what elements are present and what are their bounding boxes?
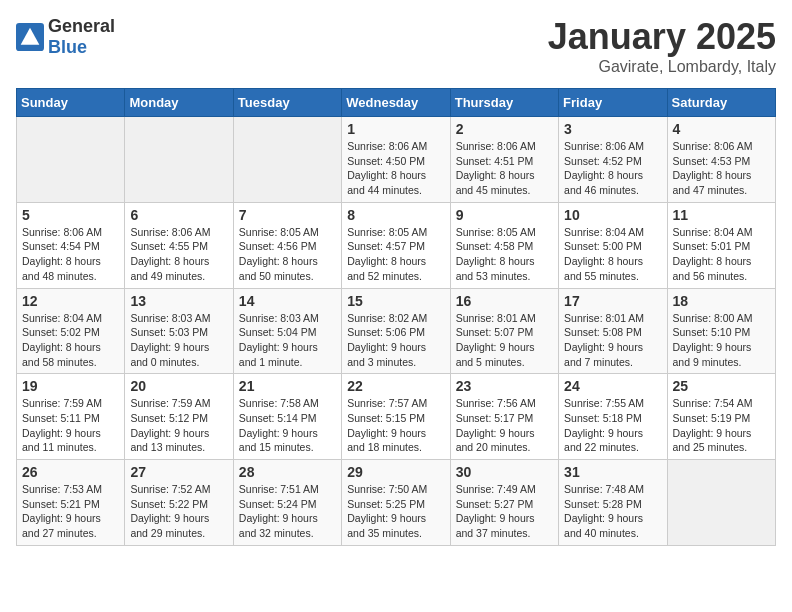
day-info: Sunrise: 8:05 AM Sunset: 4:58 PM Dayligh… [456, 225, 553, 284]
day-number: 2 [456, 121, 553, 137]
day-info: Sunrise: 7:52 AM Sunset: 5:22 PM Dayligh… [130, 482, 227, 541]
day-info: Sunrise: 7:59 AM Sunset: 5:12 PM Dayligh… [130, 396, 227, 455]
calendar-cell: 2Sunrise: 8:06 AM Sunset: 4:51 PM Daylig… [450, 117, 558, 203]
day-info: Sunrise: 7:59 AM Sunset: 5:11 PM Dayligh… [22, 396, 119, 455]
calendar-cell: 25Sunrise: 7:54 AM Sunset: 5:19 PM Dayli… [667, 374, 775, 460]
calendar-cell: 23Sunrise: 7:56 AM Sunset: 5:17 PM Dayli… [450, 374, 558, 460]
day-number: 14 [239, 293, 336, 309]
calendar-cell: 8Sunrise: 8:05 AM Sunset: 4:57 PM Daylig… [342, 202, 450, 288]
day-info: Sunrise: 7:57 AM Sunset: 5:15 PM Dayligh… [347, 396, 444, 455]
day-number: 29 [347, 464, 444, 480]
calendar-cell: 19Sunrise: 7:59 AM Sunset: 5:11 PM Dayli… [17, 374, 125, 460]
day-info: Sunrise: 8:06 AM Sunset: 4:50 PM Dayligh… [347, 139, 444, 198]
day-info: Sunrise: 8:02 AM Sunset: 5:06 PM Dayligh… [347, 311, 444, 370]
day-info: Sunrise: 7:48 AM Sunset: 5:28 PM Dayligh… [564, 482, 661, 541]
day-number: 22 [347, 378, 444, 394]
day-number: 8 [347, 207, 444, 223]
day-number: 10 [564, 207, 661, 223]
day-info: Sunrise: 8:03 AM Sunset: 5:04 PM Dayligh… [239, 311, 336, 370]
day-number: 6 [130, 207, 227, 223]
weekday-friday: Friday [559, 89, 667, 117]
day-number: 15 [347, 293, 444, 309]
calendar-cell: 4Sunrise: 8:06 AM Sunset: 4:53 PM Daylig… [667, 117, 775, 203]
day-number: 3 [564, 121, 661, 137]
week-row-1: 1Sunrise: 8:06 AM Sunset: 4:50 PM Daylig… [17, 117, 776, 203]
day-info: Sunrise: 8:01 AM Sunset: 5:08 PM Dayligh… [564, 311, 661, 370]
calendar-cell: 16Sunrise: 8:01 AM Sunset: 5:07 PM Dayli… [450, 288, 558, 374]
calendar-cell: 7Sunrise: 8:05 AM Sunset: 4:56 PM Daylig… [233, 202, 341, 288]
day-info: Sunrise: 8:04 AM Sunset: 5:02 PM Dayligh… [22, 311, 119, 370]
day-number: 5 [22, 207, 119, 223]
calendar-cell: 12Sunrise: 8:04 AM Sunset: 5:02 PM Dayli… [17, 288, 125, 374]
logo-blue: Blue [48, 37, 87, 57]
calendar-cell: 31Sunrise: 7:48 AM Sunset: 5:28 PM Dayli… [559, 460, 667, 546]
day-number: 27 [130, 464, 227, 480]
day-number: 26 [22, 464, 119, 480]
day-number: 25 [673, 378, 770, 394]
calendar-cell [667, 460, 775, 546]
calendar-header: Sunday Monday Tuesday Wednesday Thursday… [17, 89, 776, 117]
calendar-cell: 11Sunrise: 8:04 AM Sunset: 5:01 PM Dayli… [667, 202, 775, 288]
day-info: Sunrise: 7:54 AM Sunset: 5:19 PM Dayligh… [673, 396, 770, 455]
weekday-header-row: Sunday Monday Tuesday Wednesday Thursday… [17, 89, 776, 117]
calendar-cell [125, 117, 233, 203]
logo-icon [16, 23, 44, 51]
day-number: 28 [239, 464, 336, 480]
day-info: Sunrise: 7:51 AM Sunset: 5:24 PM Dayligh… [239, 482, 336, 541]
calendar-table: Sunday Monday Tuesday Wednesday Thursday… [16, 88, 776, 546]
calendar-cell: 20Sunrise: 7:59 AM Sunset: 5:12 PM Dayli… [125, 374, 233, 460]
calendar-cell: 9Sunrise: 8:05 AM Sunset: 4:58 PM Daylig… [450, 202, 558, 288]
calendar-cell: 28Sunrise: 7:51 AM Sunset: 5:24 PM Dayli… [233, 460, 341, 546]
day-info: Sunrise: 8:06 AM Sunset: 4:52 PM Dayligh… [564, 139, 661, 198]
day-info: Sunrise: 8:06 AM Sunset: 4:51 PM Dayligh… [456, 139, 553, 198]
calendar-cell: 3Sunrise: 8:06 AM Sunset: 4:52 PM Daylig… [559, 117, 667, 203]
calendar-cell: 18Sunrise: 8:00 AM Sunset: 5:10 PM Dayli… [667, 288, 775, 374]
calendar-cell: 29Sunrise: 7:50 AM Sunset: 5:25 PM Dayli… [342, 460, 450, 546]
day-info: Sunrise: 8:05 AM Sunset: 4:56 PM Dayligh… [239, 225, 336, 284]
calendar-cell: 24Sunrise: 7:55 AM Sunset: 5:18 PM Dayli… [559, 374, 667, 460]
day-info: Sunrise: 8:00 AM Sunset: 5:10 PM Dayligh… [673, 311, 770, 370]
day-number: 13 [130, 293, 227, 309]
day-number: 31 [564, 464, 661, 480]
logo-text: General Blue [48, 16, 115, 58]
day-info: Sunrise: 8:06 AM Sunset: 4:55 PM Dayligh… [130, 225, 227, 284]
page-header: General Blue January 2025 Gavirate, Lomb… [16, 16, 776, 76]
day-number: 16 [456, 293, 553, 309]
calendar-cell: 17Sunrise: 8:01 AM Sunset: 5:08 PM Dayli… [559, 288, 667, 374]
week-row-2: 5Sunrise: 8:06 AM Sunset: 4:54 PM Daylig… [17, 202, 776, 288]
calendar-body: 1Sunrise: 8:06 AM Sunset: 4:50 PM Daylig… [17, 117, 776, 546]
weekday-thursday: Thursday [450, 89, 558, 117]
location-title: Gavirate, Lombardy, Italy [548, 58, 776, 76]
day-number: 17 [564, 293, 661, 309]
week-row-3: 12Sunrise: 8:04 AM Sunset: 5:02 PM Dayli… [17, 288, 776, 374]
month-title: January 2025 [548, 16, 776, 58]
day-info: Sunrise: 8:04 AM Sunset: 5:01 PM Dayligh… [673, 225, 770, 284]
calendar-cell: 21Sunrise: 7:58 AM Sunset: 5:14 PM Dayli… [233, 374, 341, 460]
calendar-cell [17, 117, 125, 203]
day-number: 20 [130, 378, 227, 394]
calendar-cell: 6Sunrise: 8:06 AM Sunset: 4:55 PM Daylig… [125, 202, 233, 288]
calendar-cell: 1Sunrise: 8:06 AM Sunset: 4:50 PM Daylig… [342, 117, 450, 203]
calendar-cell [233, 117, 341, 203]
calendar-cell: 30Sunrise: 7:49 AM Sunset: 5:27 PM Dayli… [450, 460, 558, 546]
weekday-monday: Monday [125, 89, 233, 117]
day-info: Sunrise: 8:01 AM Sunset: 5:07 PM Dayligh… [456, 311, 553, 370]
day-number: 11 [673, 207, 770, 223]
weekday-saturday: Saturday [667, 89, 775, 117]
calendar-cell: 13Sunrise: 8:03 AM Sunset: 5:03 PM Dayli… [125, 288, 233, 374]
day-info: Sunrise: 8:06 AM Sunset: 4:53 PM Dayligh… [673, 139, 770, 198]
day-info: Sunrise: 8:03 AM Sunset: 5:03 PM Dayligh… [130, 311, 227, 370]
day-number: 23 [456, 378, 553, 394]
day-number: 1 [347, 121, 444, 137]
week-row-5: 26Sunrise: 7:53 AM Sunset: 5:21 PM Dayli… [17, 460, 776, 546]
day-info: Sunrise: 7:58 AM Sunset: 5:14 PM Dayligh… [239, 396, 336, 455]
title-block: January 2025 Gavirate, Lombardy, Italy [548, 16, 776, 76]
weekday-tuesday: Tuesday [233, 89, 341, 117]
day-info: Sunrise: 8:06 AM Sunset: 4:54 PM Dayligh… [22, 225, 119, 284]
day-info: Sunrise: 7:50 AM Sunset: 5:25 PM Dayligh… [347, 482, 444, 541]
calendar-cell: 26Sunrise: 7:53 AM Sunset: 5:21 PM Dayli… [17, 460, 125, 546]
day-info: Sunrise: 7:49 AM Sunset: 5:27 PM Dayligh… [456, 482, 553, 541]
calendar-cell: 15Sunrise: 8:02 AM Sunset: 5:06 PM Dayli… [342, 288, 450, 374]
calendar-cell: 5Sunrise: 8:06 AM Sunset: 4:54 PM Daylig… [17, 202, 125, 288]
weekday-sunday: Sunday [17, 89, 125, 117]
